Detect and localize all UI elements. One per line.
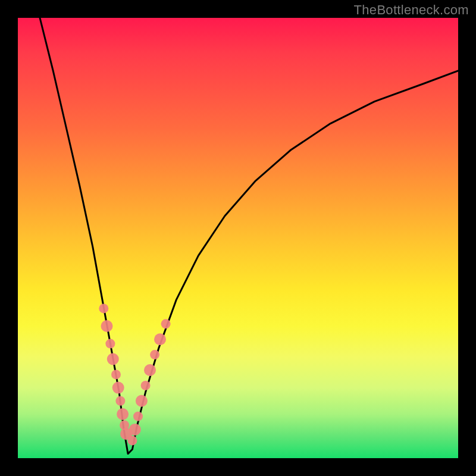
highlight-dots-left xyxy=(99,303,132,440)
highlight-dot xyxy=(144,364,156,376)
plot-area xyxy=(18,18,458,458)
highlight-dot xyxy=(161,319,171,328)
highlight-dot xyxy=(115,396,125,406)
highlight-dot xyxy=(133,412,143,421)
highlight-dot xyxy=(154,333,166,345)
highlight-dot xyxy=(150,350,159,359)
highlight-dot xyxy=(129,424,141,436)
highlight-dot xyxy=(111,369,121,379)
highlight-dot xyxy=(112,382,124,394)
highlight-dot xyxy=(99,303,108,313)
highlight-dot xyxy=(107,353,119,365)
highlight-dot xyxy=(136,395,148,407)
highlight-dot xyxy=(105,339,115,349)
bottleneck-curve xyxy=(40,18,458,454)
highlight-dot xyxy=(101,320,113,332)
bottleneck-curve-svg xyxy=(18,18,458,458)
chart-frame: TheBottleneck.com xyxy=(0,0,476,476)
highlight-dot xyxy=(117,408,129,420)
highlight-dot xyxy=(127,436,137,445)
watermark-label: TheBottleneck.com xyxy=(354,2,469,18)
highlight-dot xyxy=(141,381,151,390)
